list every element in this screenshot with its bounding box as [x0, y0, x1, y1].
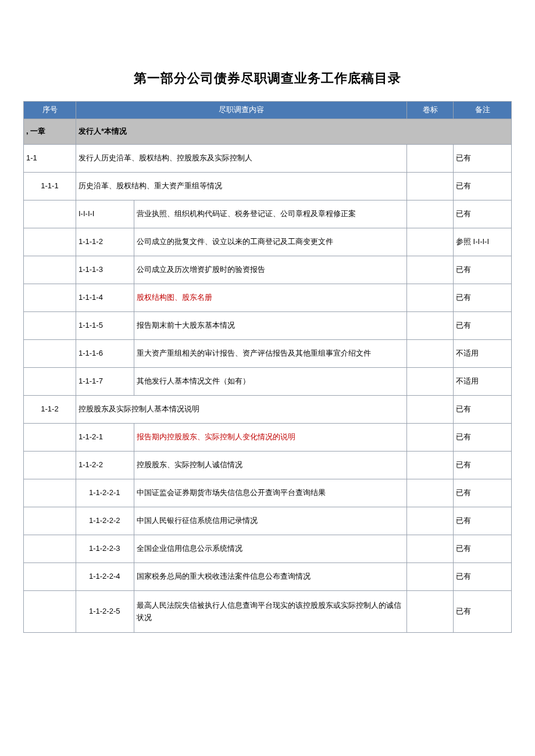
row-index	[24, 368, 76, 396]
row-subindex: 1-1-1-2	[76, 228, 134, 256]
row-content: 重大资产重组相关的审计报告、资产评估报告及其他重组事宜介绍文件	[134, 340, 407, 368]
row-content: 股权结构图、股东名册	[134, 284, 407, 312]
row-subindex: 1-1-1-5	[76, 312, 134, 340]
row-subindex: 1-1-2-2-1	[76, 479, 134, 507]
table-row: I-I-I-I营业执照、组织机构代码证、税务登记证、公司章程及章程修正案已有	[24, 200, 512, 228]
row-volume	[407, 452, 454, 479]
row-index	[24, 535, 76, 563]
table-row: 1-1-2-2-4国家税务总局的重大税收违法案件信息公布查询情况已有	[24, 563, 512, 591]
row-note: 已有	[454, 424, 512, 452]
header-note: 备注	[454, 102, 512, 119]
row-content: 报告期末前十大股东基本情况	[134, 312, 407, 340]
row-subindex: 1-1-2-2-3	[76, 535, 134, 563]
row-note: 已有	[454, 173, 512, 200]
row-index: 1-1	[24, 145, 76, 173]
table-header: 序号 尽职调查内容 卷标 备注	[24, 102, 512, 119]
header-serial: 序号	[24, 102, 76, 119]
row-note: 已有	[454, 479, 512, 507]
row-note: 已有	[454, 145, 512, 173]
table-row: 1-1-1-6重大资产重组相关的审计报告、资产评估报告及其他重组事宜介绍文件不适…	[24, 340, 512, 368]
row-volume	[407, 479, 454, 507]
row-volume	[407, 256, 454, 284]
document-page: 第一部分公司债券尽职调查业务工作底稿目录 序号 尽职调查内容 卷标 备注 , 一…	[0, 0, 535, 656]
row-note: 不适用	[454, 340, 512, 368]
table-row: 1-1-2-2控股股东、实际控制人诚信情况已有	[24, 452, 512, 479]
row-volume	[407, 228, 454, 256]
table-row: 1-1-1-3公司成立及历次增资扩股时的验资报告已有	[24, 256, 512, 284]
row-note: 已有	[454, 256, 512, 284]
row-note: 已有	[454, 507, 512, 535]
row-index	[24, 312, 76, 340]
row-note: 已有	[454, 312, 512, 340]
row-content: 历史沿革、股权结构、重大资产重组等情况	[76, 173, 407, 200]
row-volume	[407, 396, 454, 424]
row-volume	[407, 563, 454, 591]
page-title: 第一部分公司债券尽职调查业务工作底稿目录	[23, 70, 512, 87]
row-index	[24, 284, 76, 312]
table-row: 1-1-1-5报告期末前十大股东基本情况已有	[24, 312, 512, 340]
header-volume: 卷标	[407, 102, 454, 119]
row-index	[24, 340, 76, 368]
row-index	[24, 228, 76, 256]
table-row: 1-1-2-2-3全国企业信用信息公示系统情况已有	[24, 535, 512, 563]
table-row: 1-1-1-2公司成立的批复文件、设立以来的工商登记及工商变更文件参照 I-I-…	[24, 228, 512, 256]
row-content: 营业执照、组织机构代码证、税务登记证、公司章程及章程修正案	[134, 200, 407, 228]
row-index	[24, 591, 76, 633]
row-volume	[407, 535, 454, 563]
row-index	[24, 563, 76, 591]
row-content: 控股股东及实际控制人基本情况说明	[76, 396, 407, 424]
row-subindex: 1-1-2-2-2	[76, 507, 134, 535]
row-content: 发行人历史沿革、股权结构、控股股东及实际控制人	[76, 145, 407, 173]
row-index: 1-1-1	[24, 173, 76, 200]
row-note: 已有	[454, 284, 512, 312]
table-row: 1-1-2-1报告期内控股股东、实际控制人变化情况的说明已有	[24, 424, 512, 452]
table-row: 1-1-1-4股权结构图、股东名册已有	[24, 284, 512, 312]
row-index	[24, 452, 76, 479]
table-row: 1-1-2控股股东及实际控制人基本情况说明已有	[24, 396, 512, 424]
row-subindex: 1-1-1-6	[76, 340, 134, 368]
row-volume	[407, 507, 454, 535]
row-content: 控股股东、实际控制人诚信情况	[134, 452, 407, 479]
row-subindex: 1-1-1-4	[76, 284, 134, 312]
row-content: 全国企业信用信息公示系统情况	[134, 535, 407, 563]
row-volume	[407, 312, 454, 340]
row-subindex: 1-1-2-2-4	[76, 563, 134, 591]
row-note: 已有	[454, 452, 512, 479]
row-subindex: 1-1-2-2	[76, 452, 134, 479]
row-index	[24, 507, 76, 535]
row-content: 中国人民银行征信系统信用记录情况	[134, 507, 407, 535]
row-volume	[407, 368, 454, 396]
chapter-label: 发行人*本情况	[76, 119, 512, 145]
row-note: 参照 I-I-I-I	[454, 228, 512, 256]
row-content: 公司成立及历次增资扩股时的验资报告	[134, 256, 407, 284]
row-index: 1-1-2	[24, 396, 76, 424]
table-row: 1-1发行人历史沿革、股权结构、控股股东及实际控制人已有	[24, 145, 512, 173]
row-subindex: 1-1-1-3	[76, 256, 134, 284]
row-volume	[407, 424, 454, 452]
table-row: 1-1-1历史沿革、股权结构、重大资产重组等情况已有	[24, 173, 512, 200]
row-note: 已有	[454, 563, 512, 591]
chapter-row: , 一章 发行人*本情况	[24, 119, 512, 145]
row-volume	[407, 200, 454, 228]
row-content: 报告期内控股股东、实际控制人变化情况的说明	[134, 424, 407, 452]
row-volume	[407, 591, 454, 633]
table-row: 1-1-2-2-2中国人民银行征信系统信用记录情况已有	[24, 507, 512, 535]
row-subindex: I-I-I-I	[76, 200, 134, 228]
row-subindex: 1-1-1-7	[76, 368, 134, 396]
row-volume	[407, 284, 454, 312]
table-row: 1-1-2-2-5最高人民法院失信被执行人信息查询平台现实的该控股股东或实际控制…	[24, 591, 512, 633]
row-content: 公司成立的批复文件、设立以来的工商登记及工商变更文件	[134, 228, 407, 256]
row-index	[24, 424, 76, 452]
row-index	[24, 479, 76, 507]
row-note: 已有	[454, 396, 512, 424]
row-index	[24, 200, 76, 228]
row-content: 最高人民法院失信被执行人信息查询平台现实的该控股股东或实际控制人的诚信状况	[134, 591, 407, 633]
row-note: 已有	[454, 535, 512, 563]
row-subindex: 1-1-2-1	[76, 424, 134, 452]
header-content: 尽职调查内容	[76, 102, 407, 119]
row-volume	[407, 173, 454, 200]
table-row: 1-1-2-2-1中国证监会证券期货市场失信信息公开查询平台查询结果已有	[24, 479, 512, 507]
row-note: 已有	[454, 591, 512, 633]
chapter-index: , 一章	[24, 119, 76, 145]
row-volume	[407, 340, 454, 368]
